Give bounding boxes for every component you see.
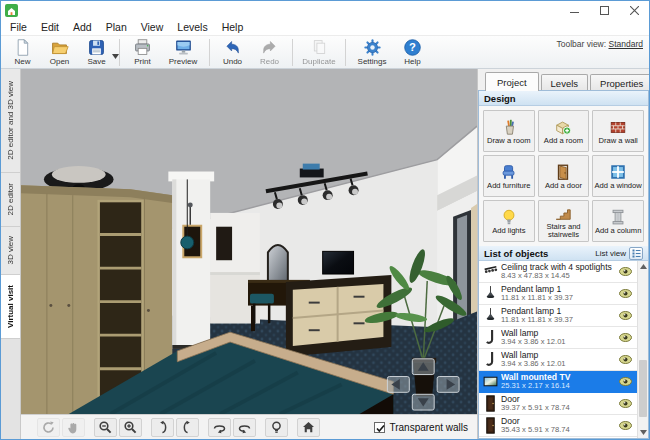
brick-wall-icon bbox=[609, 117, 627, 137]
close-button[interactable] bbox=[619, 1, 649, 19]
draw-room-icon bbox=[500, 117, 518, 137]
menu-plan[interactable]: Plan bbox=[99, 20, 134, 34]
undo-button[interactable]: Undo bbox=[214, 37, 251, 68]
tilt-right-icon[interactable] bbox=[176, 418, 199, 437]
help-button[interactable]: ? Help bbox=[394, 37, 431, 68]
object-row-door-1[interactable]: Door39.37 x 5.91 x 78.74 bbox=[479, 393, 637, 415]
menu-view[interactable]: View bbox=[134, 20, 171, 34]
zoom-out-icon[interactable] bbox=[94, 418, 117, 437]
visibility-eye-icon bbox=[619, 267, 633, 276]
tab-3d-view[interactable]: 3D view bbox=[1, 227, 20, 275]
pendant-lamp-icon bbox=[483, 285, 498, 302]
preview-monitor-icon bbox=[174, 38, 193, 57]
tab-virtual-visit[interactable]: Virtual visit bbox=[1, 275, 20, 339]
tab-properties[interactable]: Properties bbox=[590, 74, 650, 91]
tab-levels[interactable]: Levels bbox=[541, 74, 588, 91]
tv-icon bbox=[483, 373, 498, 390]
visibility-eye-icon[interactable] bbox=[619, 289, 633, 298]
visibility-eye-icon[interactable] bbox=[619, 399, 633, 408]
redo-button[interactable]: Redo bbox=[251, 37, 288, 68]
save-floppy-icon bbox=[87, 38, 106, 57]
object-row-wall-lamp-1[interactable]: Wall lamp3.94 x 3.86 x 12.01 bbox=[479, 327, 637, 349]
tab-project[interactable]: Project bbox=[485, 72, 539, 91]
object-row-pendant-lamp-1[interactable]: Pendant lamp 111.81 x 11.81 x 39.37 bbox=[479, 283, 637, 305]
zoom-in-icon[interactable] bbox=[119, 418, 142, 437]
home-view-icon[interactable] bbox=[297, 418, 320, 437]
visibility-eye-icon[interactable] bbox=[619, 311, 633, 320]
transparent-walls-checkbox[interactable] bbox=[374, 422, 385, 433]
object-row-wall-mounted-tv[interactable]: Wall mounted TV25.31 x 2.17 x 16.14 bbox=[479, 371, 637, 393]
column-icon bbox=[609, 207, 627, 227]
visibility-eye-icon[interactable] bbox=[619, 421, 633, 430]
list-view-toggle-button[interactable] bbox=[629, 247, 643, 260]
add-a-room-button[interactable]: Add a room bbox=[538, 110, 590, 152]
save-dropdown-arrow-icon[interactable] bbox=[112, 45, 119, 63]
minimize-button[interactable] bbox=[559, 1, 589, 19]
save-button[interactable]: Save bbox=[78, 37, 115, 68]
tab-2d-editor[interactable]: 2D editor bbox=[1, 173, 20, 227]
add-lights-button[interactable]: Add lights bbox=[483, 200, 535, 242]
toolbar-view-standard-link[interactable]: Standard bbox=[609, 39, 644, 49]
object-row-ceiling-track[interactable]: Ceiling track with 4 spotlights8.43 x 47… bbox=[479, 261, 637, 283]
tab-strip-filler bbox=[1, 339, 20, 439]
print-icon bbox=[133, 38, 152, 57]
duplicate-button[interactable]: Duplicate bbox=[297, 37, 341, 68]
orbit-right-icon[interactable] bbox=[233, 418, 256, 437]
maximize-button[interactable] bbox=[589, 1, 619, 19]
main-toolbar: New Open Save Print Preview Undo Redo bbox=[1, 36, 649, 69]
light-bulb-icon bbox=[500, 207, 518, 227]
titlebar bbox=[1, 1, 649, 19]
open-button[interactable]: Open bbox=[41, 37, 78, 68]
object-row-door-2[interactable]: Door35.43 x 5.91 x 78.74 bbox=[479, 415, 637, 437]
toolbar-separator bbox=[345, 39, 346, 66]
tilt-left-icon[interactable] bbox=[151, 418, 174, 437]
rotate-360-icon[interactable] bbox=[37, 418, 60, 437]
add-furniture-button[interactable]: Add furniture bbox=[483, 155, 535, 197]
toolbar-separator bbox=[292, 39, 293, 66]
menu-add[interactable]: Add bbox=[66, 20, 99, 34]
viewport-toolbar: Transparent walls bbox=[21, 414, 477, 439]
visibility-eye-icon[interactable] bbox=[619, 355, 633, 364]
draw-a-room-button[interactable]: Draw a room bbox=[483, 110, 535, 152]
scroll-up-arrow-icon[interactable] bbox=[638, 261, 648, 272]
3d-viewport[interactable] bbox=[21, 69, 477, 414]
light-icon[interactable] bbox=[265, 418, 288, 437]
menu-levels[interactable]: Levels bbox=[170, 20, 214, 34]
app-icon bbox=[5, 4, 18, 17]
dpad-down-button[interactable] bbox=[412, 394, 434, 410]
object-row-pendant-lamp-2[interactable]: Pendant lamp 111.81 x 11.81 x 39.37 bbox=[479, 305, 637, 327]
visibility-eye-icon[interactable] bbox=[619, 333, 633, 342]
scrollbar-thumb[interactable] bbox=[639, 360, 647, 417]
pan-hand-icon[interactable] bbox=[62, 418, 85, 437]
scene-wall-tv bbox=[323, 251, 354, 274]
menu-help[interactable]: Help bbox=[215, 20, 251, 34]
settings-button[interactable]: Settings bbox=[350, 37, 394, 68]
print-button[interactable]: Print bbox=[124, 37, 161, 68]
object-row-wall-lamp-2[interactable]: Wall lamp3.94 x 3.86 x 12.01 bbox=[479, 349, 637, 371]
add-a-column-button[interactable]: Add a column bbox=[592, 200, 644, 242]
scroll-down-arrow-icon[interactable] bbox=[638, 427, 648, 438]
furniture-chair-icon bbox=[500, 162, 518, 182]
visibility-eye-icon[interactable] bbox=[619, 377, 633, 386]
add-a-window-button[interactable]: Add a window bbox=[592, 155, 644, 197]
add-a-door-button[interactable]: Add a door bbox=[538, 155, 590, 197]
new-button[interactable]: New bbox=[4, 37, 41, 68]
orbit-left-icon[interactable] bbox=[208, 418, 231, 437]
draw-a-wall-button[interactable]: Draw a wall bbox=[592, 110, 644, 152]
settings-gear-icon bbox=[363, 38, 382, 57]
design-buttons-grid: Draw a room Add a room Draw a wall Add f… bbox=[479, 106, 648, 246]
right-panel-tabs: Project Levels Properties bbox=[478, 69, 649, 90]
wall-lamp-icon bbox=[483, 329, 498, 346]
dpad-left-button[interactable] bbox=[387, 377, 409, 393]
objects-scrollbar[interactable] bbox=[637, 261, 648, 438]
dpad-right-button[interactable] bbox=[437, 377, 459, 393]
menu-file[interactable]: File bbox=[3, 20, 34, 34]
door-icon bbox=[483, 395, 498, 412]
transparent-walls-control: Transparent walls bbox=[374, 422, 468, 433]
preview-button[interactable]: Preview bbox=[161, 37, 205, 68]
3d-scene bbox=[21, 69, 477, 414]
menu-edit[interactable]: Edit bbox=[34, 20, 66, 34]
dpad-up-button[interactable] bbox=[412, 359, 434, 375]
tab-2d-editor-and-3d-view[interactable]: 2D editor and 3D view bbox=[1, 69, 20, 173]
stairs-button[interactable]: Stairs and stairwells bbox=[538, 200, 590, 242]
